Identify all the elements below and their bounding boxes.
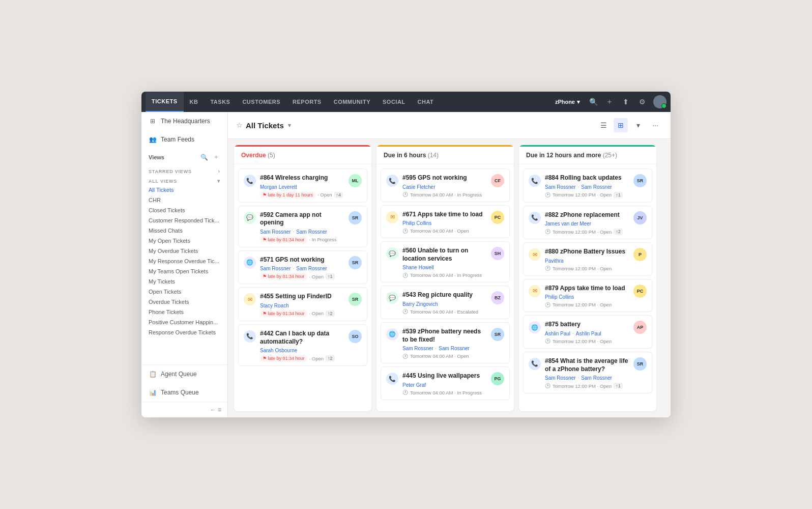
- sidebar-link-closed[interactable]: Closed Tickets: [141, 205, 227, 215]
- nav-social[interactable]: SOCIAL: [376, 92, 412, 112]
- ticket-card-top: 💬 #560 Unable to turn on location servic…: [386, 247, 504, 278]
- ticket-card[interactable]: ✉ #455 Setting up FinderID Stacy Roach ⚑…: [238, 287, 367, 321]
- ticket-card[interactable]: 💬 #592 Camera app not opening Sam Rossne…: [238, 206, 367, 247]
- ticket-info: #539 zPhone battery needs to be fixed! S…: [402, 328, 488, 359]
- nav-chat[interactable]: CHAT: [412, 92, 440, 112]
- sidebar-link-my-open[interactable]: My Open Tickets: [141, 236, 227, 246]
- assignee-link[interactable]: Ashlin Paul: [545, 331, 570, 336]
- sidebar-link-missed-chats[interactable]: Missed Chats: [141, 225, 227, 236]
- assignee-link[interactable]: James van der Meer: [545, 221, 591, 227]
- sidebar-link-overdue[interactable]: Overdue Tickets: [141, 297, 227, 307]
- more-options-button[interactable]: ···: [648, 118, 662, 132]
- assignee-link[interactable]: Sam Rossner: [581, 375, 612, 381]
- views-add-button[interactable]: ＋: [212, 153, 220, 161]
- assignee-link[interactable]: Sam Rossner: [402, 346, 433, 351]
- nav-community[interactable]: COMMUNITY: [328, 92, 376, 112]
- sidebar-item-team-feeds[interactable]: 👥 Team Feeds: [141, 130, 227, 149]
- sidebar-link-my-teams-open[interactable]: My Teams Open Tickets: [141, 266, 227, 276]
- kanban-view-button[interactable]: ⊞: [614, 118, 628, 132]
- sidebar-link-my-overdue[interactable]: My Overdue Tickets: [141, 246, 227, 256]
- assignee-link[interactable]: Ashlin Paul: [576, 331, 601, 336]
- nav-brand[interactable]: zPhone ▾: [551, 99, 584, 105]
- ticket-card[interactable]: ✉ #671 Apps take time to load Philip Col…: [381, 205, 510, 239]
- ticket-card-left: ✉ #880 zPhone Battery Issues Pavithra 🕐T…: [529, 248, 630, 271]
- assignee-link[interactable]: Sam Rossner: [545, 375, 576, 381]
- ticket-card[interactable]: 🌐 #875 battery Ashlin Paul · Ashlin Paul…: [523, 315, 652, 349]
- ticket-card[interactable]: 📞 #854 What is the average life of a zPh…: [523, 352, 652, 393]
- ticket-type-icon: ✉: [244, 293, 256, 305]
- assignee-link[interactable]: Philip Collins: [402, 220, 431, 226]
- ticket-card[interactable]: 🌐 #539 zPhone battery needs to be fixed!…: [381, 322, 510, 363]
- ticket-card[interactable]: ✉ #879 Apps take time to load Philip Col…: [523, 279, 652, 313]
- ticket-card[interactable]: 📞 #595 GPS not working Casie Fletcher 🕐T…: [381, 168, 510, 202]
- nav-customers[interactable]: CUSTOMERS: [236, 92, 286, 112]
- assignee-link[interactable]: Sam Rossner: [545, 184, 576, 190]
- ticket-card[interactable]: 💬 #543 Reg picture quality Barry Zingovi…: [381, 286, 510, 319]
- assignee-link[interactable]: Sam Rossner: [581, 184, 612, 190]
- nav-tickets[interactable]: TICKETS: [146, 92, 184, 112]
- ticket-card-top: ✉ #671 Apps take time to load Philip Col…: [386, 211, 504, 234]
- nav-reports[interactable]: REPORTS: [286, 92, 328, 112]
- sidebar-teams-queue[interactable]: 📊 Teams Queue: [141, 383, 227, 402]
- list-view-button[interactable]: ☰: [596, 118, 611, 132]
- ticket-count: ↑4: [334, 192, 343, 198]
- assignee-link[interactable]: Sam Rossner: [439, 346, 470, 351]
- ticket-assignees: Philip Collins: [402, 220, 483, 226]
- assignee-link[interactable]: Sam Rossner: [260, 229, 291, 235]
- title-dropdown-arrow[interactable]: ▾: [288, 122, 291, 129]
- export-icon[interactable]: ⬆: [619, 95, 633, 109]
- sidebar-item-headquarters[interactable]: ⊞ The Headquarters: [141, 112, 227, 130]
- assignee-link[interactable]: Sam Rossner: [296, 266, 327, 271]
- ticket-assignees: Philip Collins: [545, 294, 625, 300]
- settings-icon[interactable]: ⚙: [635, 95, 649, 109]
- ticket-card[interactable]: 💬 #560 Unable to turn on location servic…: [381, 241, 510, 282]
- ticket-card[interactable]: 📞 #882 zPhone replacement James van der …: [523, 206, 652, 240]
- search-icon[interactable]: 🔍: [586, 95, 600, 109]
- sidebar-link-my-tickets[interactable]: My Tickets: [141, 276, 227, 287]
- content-title: ☆ All Tickets ▾: [236, 121, 291, 130]
- assignee-link[interactable]: Sam Rossner: [296, 229, 327, 235]
- star-icon[interactable]: ☆: [236, 121, 243, 129]
- sidebar-link-phone[interactable]: Phone Tickets: [141, 307, 227, 317]
- late-badge: ⚑ late by 01:34 hour: [260, 273, 307, 279]
- sidebar-link-positive[interactable]: Positive Customer Happin...: [141, 317, 227, 327]
- sidebar-link-response-overdue[interactable]: Response Overdue Tickets: [141, 327, 227, 337]
- ticket-meta: ⚑ late by 1 day 11 hours· Open ↑4: [260, 192, 343, 198]
- ticket-assignees: Peter Graf: [402, 382, 482, 388]
- assignee-link[interactable]: Peter Graf: [402, 382, 426, 388]
- sidebar-link-customer-responded[interactable]: Customer Responded Tick...: [141, 215, 227, 225]
- sidebar-collapse-button[interactable]: ← ≡: [141, 402, 227, 417]
- ticket-card[interactable]: 📞 #864 Wireless charging Morgan Leverett…: [238, 168, 367, 203]
- ticket-title: #560 Unable to turn on location services: [402, 247, 488, 263]
- ticket-card[interactable]: 🌐 #571 GPS not working Sam Rossner · Sam…: [238, 250, 367, 285]
- assignee-link[interactable]: Barry Zingovich: [402, 301, 438, 307]
- views-search-button[interactable]: 🔍: [199, 153, 209, 161]
- ticket-card[interactable]: 📞 #442 Can I back up data automatically?…: [238, 324, 367, 366]
- kanban-cards-6h: 📞 #595 GPS not working Casie Fletcher 🕐T…: [376, 164, 514, 404]
- nav-kb[interactable]: KB: [184, 92, 205, 112]
- assignee-link[interactable]: Philip Collins: [545, 294, 574, 300]
- sidebar-link-open[interactable]: Open Tickets: [141, 287, 227, 297]
- assignee-link[interactable]: Shane Howell: [402, 265, 434, 270]
- ticket-meta: 🕐Tomorrow 12:00 PM · Open: [545, 302, 625, 307]
- sidebar-link-my-response-overdue[interactable]: My Response Overdue Tic...: [141, 256, 227, 266]
- assignee-link[interactable]: Casie Fletcher: [402, 184, 435, 190]
- assignee-link[interactable]: Sarah Osbourne: [260, 348, 297, 353]
- assignee-link[interactable]: Morgan Leverett: [260, 184, 297, 190]
- ticket-card[interactable]: 📞 #445 Using live wallpapers Peter Graf …: [381, 366, 510, 400]
- sidebar-link-all-tickets[interactable]: All Tickets: [141, 185, 227, 195]
- ticket-meta: 🕐Tomorrow 12:00 PM · Open ↑1: [545, 192, 623, 198]
- assignee-link[interactable]: Pavithra: [545, 258, 564, 264]
- ticket-card[interactable]: 📞 #884 Rolling back updates Sam Rossner …: [523, 168, 652, 203]
- view-dropdown-button[interactable]: ▾: [631, 118, 645, 132]
- user-avatar[interactable]: [653, 95, 666, 108]
- ticket-card-left: 💬 #543 Reg picture quality Barry Zingovi…: [386, 291, 488, 315]
- assignee-link[interactable]: Sam Rossner: [260, 266, 291, 271]
- avatar: SR: [633, 174, 647, 187]
- nav-tasks[interactable]: TASKS: [204, 92, 236, 112]
- sidebar-agent-queue[interactable]: 📋 Agent Queue: [141, 365, 227, 383]
- sidebar-link-chr[interactable]: CHR: [141, 195, 227, 205]
- add-icon[interactable]: ＋: [602, 95, 617, 109]
- ticket-card[interactable]: ✉ #880 zPhone Battery Issues Pavithra 🕐T…: [523, 242, 652, 276]
- assignee-link[interactable]: Stacy Roach: [260, 303, 289, 308]
